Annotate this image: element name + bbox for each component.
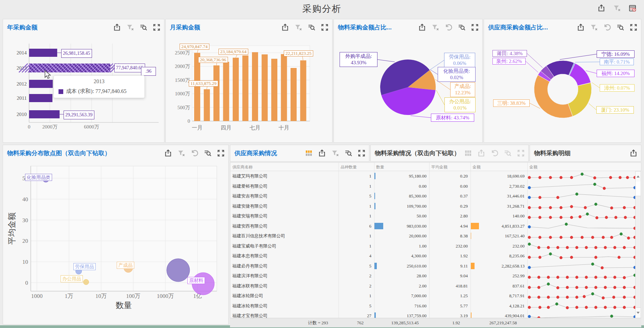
sparkline-cell[interactable]	[230, 231, 638, 241]
sparkline-cell[interactable]	[230, 171, 638, 181]
sparkline-cell[interactable]	[230, 271, 638, 281]
table-row[interactable]: 福建百川信息技术有限公司120,000.008.38167,521.40	[230, 231, 638, 241]
query-icon[interactable]	[139, 23, 147, 31]
month-bar[interactable]	[243, 55, 249, 121]
table-row[interactable]: 福建安吉有限公司585,300.000.3731,446.01	[230, 191, 638, 202]
year-bar[interactable]	[29, 110, 60, 118]
table-row[interactable]: 福建艾玛有限公司195,180.000.2018,690.69	[230, 171, 638, 182]
columns-icon[interactable]	[305, 149, 313, 157]
scatter-bubble[interactable]	[167, 259, 190, 282]
scroll-thumb[interactable]	[636, 182, 641, 196]
month-bar[interactable]	[300, 61, 306, 121]
year-bar[interactable]	[29, 49, 57, 57]
month-bar[interactable]	[194, 53, 200, 121]
scrollbar[interactable]	[635, 171, 641, 318]
table-row[interactable]: 福建冰轮限公司17,000.001.258,717.91	[230, 291, 638, 301]
export-icon[interactable]	[113, 23, 121, 31]
expand-icon[interactable]	[153, 23, 161, 31]
export-icon[interactable]	[597, 4, 605, 12]
filter-clear-icon[interactable]	[294, 23, 302, 31]
schedule-icon[interactable]	[628, 4, 637, 12]
table-row[interactable]: 福建安捷有限公司1109,700.000.2931,268.71	[230, 201, 638, 212]
export-icon[interactable]	[418, 23, 426, 31]
table-row[interactable]: 福建才宝有限公司27137,759.003.19439,904.01	[230, 311, 638, 318]
sparkline-cell[interactable]	[230, 261, 638, 271]
expand-icon[interactable]	[358, 149, 366, 157]
sparkline-cell[interactable]	[230, 181, 638, 191]
panel-header-scatter: 物料采购分布散点图（双击向下钻取）	[3, 145, 228, 161]
query-icon[interactable]	[307, 23, 316, 31]
table-row[interactable]: 福建安西有限公司6983,030.004.944,851,833.27	[230, 221, 638, 232]
month-bar[interactable]	[281, 54, 287, 121]
table-row[interactable]: 福建本忠有限公司44,300.001.928,235.06	[230, 251, 638, 261]
month-bar[interactable]	[252, 52, 258, 121]
sparkline-cell[interactable]	[230, 191, 638, 201]
month-bar[interactable]	[291, 68, 297, 121]
sparkline-cell[interactable]	[230, 211, 638, 221]
month-bar[interactable]	[233, 58, 239, 121]
panel-title-scatter: 物料采购分布散点图（双击向下钻取）	[7, 149, 111, 157]
export-icon[interactable]	[281, 23, 289, 31]
donut-slice[interactable]	[568, 83, 592, 116]
export-icon[interactable]	[318, 149, 326, 157]
export-icon[interactable]	[577, 23, 585, 31]
year-bar[interactable]	[29, 94, 52, 102]
expand-icon[interactable]	[629, 23, 638, 31]
undo-icon[interactable]	[603, 23, 611, 31]
export-icon[interactable]	[164, 149, 172, 157]
query-icon[interactable]	[616, 23, 624, 31]
month-bar[interactable]	[204, 89, 210, 121]
scroll-up-button[interactable]	[636, 171, 641, 182]
sparkline-cell[interactable]	[230, 221, 638, 231]
export-icon[interactable]	[629, 149, 638, 157]
column-header[interactable]: 金额	[529, 164, 537, 170]
scroll-down-button[interactable]	[636, 307, 641, 318]
month-bar[interactable]	[262, 54, 268, 121]
sparkline-cell[interactable]	[230, 251, 638, 261]
month-bar[interactable]	[271, 59, 277, 121]
sparkline-cell[interactable]	[230, 281, 638, 291]
bubble-label: 劳保用品	[73, 263, 96, 270]
query-icon[interactable]	[344, 149, 352, 157]
filter-clear-icon[interactable]	[126, 23, 134, 31]
year-bar[interactable]	[29, 80, 53, 88]
donut-slice[interactable]	[534, 75, 573, 118]
month-bar[interactable]	[223, 62, 229, 121]
column-header[interactable]: 供应商名称	[232, 164, 253, 170]
table-row[interactable]: 福建安瑞有限公司150.002.80140.00	[230, 211, 638, 221]
expand-icon[interactable]	[217, 149, 225, 157]
pie-label: 办公用品:0.01%	[444, 97, 476, 112]
sparkline-cell[interactable]	[230, 291, 638, 301]
expand-icon[interactable]	[321, 23, 329, 31]
sparkline-cell[interactable]	[230, 201, 638, 211]
column-header[interactable]: 金额	[473, 164, 481, 170]
query-icon[interactable]	[204, 149, 212, 157]
column-header[interactable]: 品种数量	[341, 164, 357, 170]
sparkline-cell[interactable]	[230, 301, 638, 311]
expand-icon[interactable]	[471, 23, 479, 31]
filter-clear-icon[interactable]	[590, 23, 598, 31]
undo-icon[interactable]	[444, 23, 453, 31]
query-icon[interactable]	[458, 23, 466, 31]
filter-clear-icon[interactable]	[613, 4, 621, 12]
svg-text:0: 0	[28, 124, 30, 130]
month-bar[interactable]	[213, 65, 220, 121]
column-header[interactable]: 平均金额	[431, 164, 447, 170]
table-row[interactable]: 福建爱裕有限公司10.000.002,730.02	[230, 181, 638, 192]
sparkline-cell[interactable]	[230, 241, 638, 251]
table-row[interactable]: 福建冰轮有限公司5716.005.774,128.21	[230, 301, 638, 311]
table-row[interactable]: 福建滨洋有限公司228.009.04252.99	[230, 271, 638, 281]
filter-clear-icon[interactable]	[331, 149, 339, 157]
svg-text:0: 0	[25, 280, 28, 286]
global-toolbar	[597, 4, 637, 12]
scatter-bubble[interactable]	[84, 279, 89, 285]
svg-text:10万: 10万	[95, 293, 107, 299]
sparkline-cell[interactable]	[230, 311, 638, 318]
table-row[interactable]: 福建宝威电子有限公司11.00232.00232.00	[230, 241, 638, 252]
filter-clear-icon[interactable]	[177, 149, 185, 157]
undo-icon[interactable]	[190, 149, 199, 157]
filter-clear-icon[interactable]	[431, 23, 439, 31]
table-row[interactable]: 福建必丹有限公司5250,610.009.112,282,658.13	[230, 261, 638, 272]
table-row[interactable]: 福建冰联有限公司22.00418.81837.61	[230, 281, 638, 291]
column-header[interactable]: 数量	[376, 164, 384, 170]
